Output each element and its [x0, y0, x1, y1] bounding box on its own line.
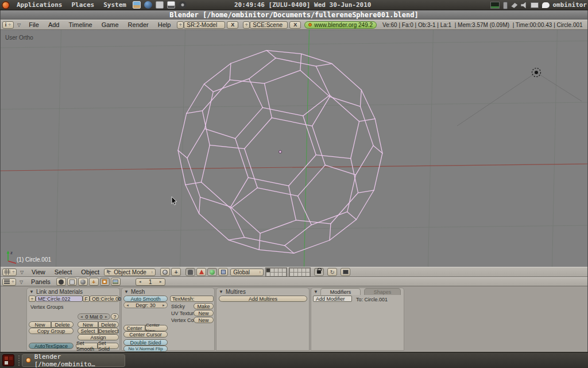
disc-icon[interactable]: [179, 1, 187, 9]
window-type-button[interactable]: i÷: [2, 21, 14, 29]
pivot-dropdown[interactable]: +: [171, 268, 181, 276]
scene-field[interactable]: SCE:Scene: [250, 21, 288, 29]
panel-collapse-icon[interactable]: ▼: [219, 289, 223, 294]
vertex-color-new-button[interactable]: New: [194, 317, 214, 323]
select-button[interactable]: Select: [78, 328, 98, 334]
add-multires-button[interactable]: Add Multires: [219, 296, 307, 302]
proportional-edit-toggle[interactable]: ↻: [327, 268, 337, 276]
layer-buttons-group-2[interactable]: [289, 267, 311, 277]
vgroup-new-button[interactable]: New: [29, 321, 51, 328]
menu-add[interactable]: Add: [44, 21, 64, 28]
viewport-canvas[interactable]: [1, 30, 587, 267]
object-name-field[interactable]: OB:Circle.001: [90, 296, 119, 302]
mode-dropdown[interactable]: Object Mode↕: [104, 269, 156, 276]
editing-context-button[interactable]: [100, 278, 110, 286]
assign-button[interactable]: Assign: [78, 334, 119, 340]
window-titlebar[interactable]: Blender [/home/ombinitor/Documents/fulle…: [1, 10, 587, 20]
manipulator-toggle[interactable]: [185, 268, 195, 276]
window-list-icon[interactable]: [2, 354, 14, 366]
no-vnormal-flip-toggle[interactable]: No V.Normal Flip: [123, 346, 168, 352]
screen-browse-button[interactable]: ÷: [177, 21, 184, 29]
panels-label[interactable]: Panels: [26, 278, 55, 285]
menu-file[interactable]: File: [24, 21, 44, 28]
degr-slider[interactable]: ◄Degr: 30►: [123, 302, 168, 308]
places-menu[interactable]: Places: [67, 0, 99, 10]
distro-logo-icon[interactable]: [2, 1, 10, 9]
draw-type-dropdown[interactable]: [160, 268, 170, 276]
mail-icon[interactable]: [531, 2, 539, 8]
layer-buttons-group-1[interactable]: [265, 267, 287, 277]
chat-bubble-icon[interactable]: [542, 2, 550, 8]
menu-select[interactable]: Select: [50, 269, 77, 275]
volume-icon[interactable]: [521, 2, 527, 9]
script-context-button[interactable]: [67, 278, 77, 286]
double-sided-toggle[interactable]: Double Sided: [123, 339, 168, 346]
system-menu[interactable]: System: [99, 0, 131, 10]
blender-version-pill[interactable]: www.blender.org 249.2: [304, 21, 377, 29]
autotexspace-toggle[interactable]: AutoTexSpace: [29, 343, 74, 349]
set-smooth-button[interactable]: Set Smooth: [76, 343, 98, 349]
username[interactable]: ombinitor: [552, 0, 587, 10]
buttons-window-type-button[interactable]: ÷: [2, 278, 16, 286]
clock[interactable]: 20:49:46 [ZULU-0400] Wed 30-Jun-2010: [234, 0, 371, 10]
material-delete-button[interactable]: Delete: [98, 321, 119, 328]
browser-globe-icon[interactable]: [144, 1, 152, 9]
panel-collapse-icon[interactable]: ▼: [124, 289, 129, 294]
center-cursor-button[interactable]: Center Cursor: [123, 331, 168, 338]
set-solid-button[interactable]: Set Solid: [98, 343, 119, 349]
material-help-button[interactable]: ?: [111, 313, 119, 320]
sticky-make-button[interactable]: Make: [194, 303, 214, 309]
header-collapse-icon[interactable]: ▽: [20, 279, 23, 285]
mesh-browse-button[interactable]: ÷: [29, 296, 36, 302]
header-collapse-icon[interactable]: ▽: [20, 270, 24, 275]
panel-collapse-icon[interactable]: ▼: [29, 289, 34, 294]
view3d-window-type-button[interactable]: ÷: [2, 269, 17, 276]
texmesh-field[interactable]: TexMesh:: [170, 296, 214, 302]
mesh-name-field[interactable]: ME:Circle.022: [36, 296, 83, 302]
scene-context-button[interactable]: [111, 278, 121, 286]
scene-delete-button[interactable]: X: [289, 21, 301, 29]
document-icon[interactable]: [156, 1, 164, 9]
frame-number-field[interactable]: ◄1►: [136, 278, 165, 286]
taskbar-task-blender[interactable]: Blender [/home/ombinito…: [22, 354, 125, 367]
center-button[interactable]: Center: [123, 325, 145, 331]
scene-browse-button[interactable]: ÷: [243, 21, 250, 29]
menu-help[interactable]: Help: [153, 21, 176, 28]
deselect-button[interactable]: Deselect: [98, 328, 119, 334]
uv-texture-new-button[interactable]: New: [194, 310, 214, 316]
system-monitor-tray-icon[interactable]: [490, 2, 500, 9]
panel-collapse-icon[interactable]: ▼: [314, 289, 318, 294]
material-counter[interactable]: ◄0 Mat 0►: [78, 313, 110, 320]
material-new-button[interactable]: New: [78, 321, 98, 328]
tab-shapes[interactable]: Shapes: [364, 288, 401, 295]
rotate-manipulator-toggle[interactable]: [207, 268, 217, 276]
editor-icon[interactable]: [167, 1, 175, 9]
menu-object[interactable]: Object: [76, 269, 104, 275]
shading-context-button[interactable]: [78, 278, 88, 286]
screen-delete-button[interactable]: X: [227, 21, 238, 29]
battery-icon[interactable]: [503, 2, 508, 9]
logic-context-button[interactable]: [56, 278, 66, 286]
translate-manipulator-toggle[interactable]: [196, 268, 206, 276]
menu-render[interactable]: Render: [123, 21, 153, 28]
header-collapse-icon[interactable]: ▽: [17, 22, 21, 28]
copy-group-button[interactable]: Copy Group: [29, 328, 74, 334]
screenshot-app-icon[interactable]: [133, 1, 141, 9]
tab-modifiers[interactable]: Modifiers: [320, 288, 361, 295]
applications-menu[interactable]: Applications: [12, 0, 67, 10]
viewport-3d[interactable]: User Ortho (1) Circle.001 z: [1, 30, 587, 267]
auto-smooth-toggle[interactable]: Auto Smooth: [123, 296, 168, 302]
lock-layers-toggle[interactable]: [314, 268, 324, 276]
center-new-button[interactable]: Center New: [145, 325, 168, 331]
vgroup-delete-button[interactable]: Delete: [51, 321, 74, 328]
menu-game[interactable]: Game: [97, 21, 123, 28]
menu-timeline[interactable]: Timeline: [64, 21, 96, 28]
screen-field[interactable]: SR:2-Model: [184, 21, 225, 29]
object-context-button[interactable]: +: [89, 278, 99, 286]
orientation-dropdown[interactable]: Global↕: [230, 269, 264, 276]
network-plug-icon[interactable]: [511, 2, 517, 8]
add-modifier-button[interactable]: Add Modifier: [313, 296, 352, 302]
fake-user-button[interactable]: F: [83, 296, 90, 302]
menu-view[interactable]: View: [27, 269, 50, 275]
scale-manipulator-toggle[interactable]: [218, 268, 228, 276]
